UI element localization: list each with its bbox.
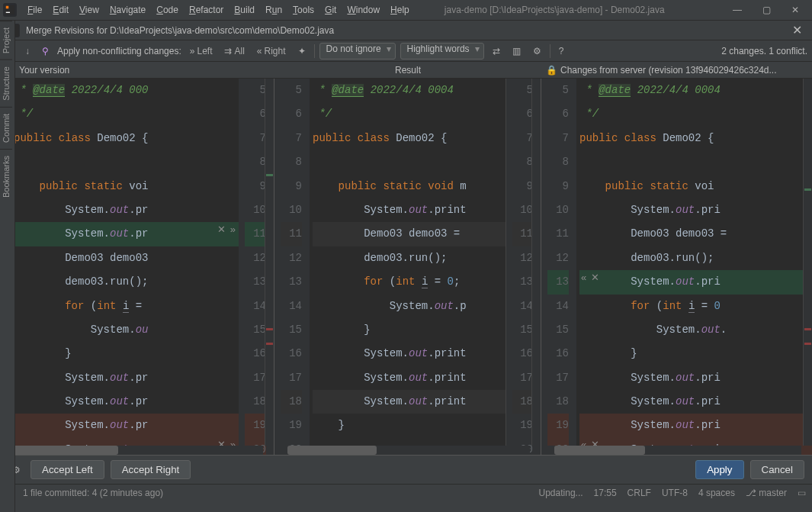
memory-indicator[interactable]: ▭: [798, 488, 806, 498]
menu-navigate[interactable]: Navigate: [105, 3, 150, 17]
code-line: */: [579, 102, 812, 126]
menu-help[interactable]: Help: [386, 3, 414, 17]
reject-left-change-button[interactable]: ✕: [216, 224, 227, 235]
scrollbar-horizontal[interactable]: [0, 446, 263, 455]
code-line: }: [14, 342, 239, 365]
indent-info[interactable]: 4 spaces: [698, 488, 735, 498]
app-icon: [3, 3, 17, 17]
error-stripe[interactable]: [265, 79, 274, 446]
accept-left-button[interactable]: Accept Left: [30, 460, 104, 479]
right-pane[interactable]: 56789101112131415161718192021 * @date 20…: [541, 79, 812, 455]
line-number: 8: [245, 150, 266, 174]
menu-edit[interactable]: Edit: [48, 3, 73, 17]
file-encoding[interactable]: UTF-8: [662, 488, 688, 498]
line-number: 5: [281, 79, 302, 102]
accept-right-change-button[interactable]: «: [579, 272, 588, 283]
highlight-mode-select[interactable]: Highlight words: [400, 43, 484, 60]
window-minimize[interactable]: —: [724, 2, 751, 18]
line-number: 15: [512, 318, 533, 342]
tool-tab-structure[interactable]: Structure: [0, 60, 12, 107]
line-number: 18: [281, 390, 302, 414]
viewer-options-button[interactable]: ⇄: [489, 43, 504, 60]
window-maximize[interactable]: ▢: [753, 2, 780, 18]
cancel-button[interactable]: Cancel: [750, 460, 805, 479]
code-line: System.out.: [579, 318, 812, 342]
settings-button[interactable]: ⚙: [529, 43, 545, 60]
code-line: Demo03 demo03 =: [579, 222, 812, 246]
accept-right-button[interactable]: Accept Right: [111, 460, 191, 479]
code-line: System.out.pri: [579, 390, 812, 414]
error-stripe[interactable]: [803, 79, 812, 446]
help-button[interactable]: ?: [555, 43, 568, 60]
line-number: 10: [281, 198, 302, 222]
line-number: 11: [512, 222, 533, 246]
code-line: [14, 150, 239, 174]
line-number: 9: [245, 175, 266, 198]
line-number: 14: [512, 295, 533, 318]
line-number: 17: [547, 366, 569, 390]
reject-right-change-button[interactable]: ✕: [589, 272, 601, 283]
line-number: 7: [281, 127, 302, 150]
line-number: 16: [512, 342, 533, 365]
window-title: java-demo [D:\IdeaProjects\java-demo] - …: [445, 5, 665, 15]
caret-position[interactable]: 17:55: [594, 488, 617, 498]
line-number: 19: [245, 414, 266, 437]
code-line: public class Demo02 {: [579, 127, 812, 150]
menu-refactor[interactable]: Refactor: [185, 3, 228, 17]
line-number: 19: [281, 414, 302, 437]
code-line: System.out.pr: [14, 366, 239, 390]
pane-headers: 🔒 Your version Result 🔒 Changes from ser…: [0, 62, 812, 79]
apply-button[interactable]: Apply: [695, 460, 743, 479]
code-line: System.out.pr: [14, 414, 239, 437]
next-diff-button[interactable]: ↓: [21, 43, 34, 60]
line-number: 13: [245, 270, 266, 294]
menu-code[interactable]: Code: [152, 3, 183, 17]
tool-tab-bookmarks[interactable]: Bookmarks: [0, 149, 12, 204]
git-branch[interactable]: ⎇ master: [746, 488, 787, 498]
code-line: for (int i = 0: [579, 295, 812, 318]
code-line: demo03.run();: [14, 270, 239, 294]
code-line: public static voi: [579, 175, 812, 198]
merge-dialog-title: Merge Revisions for D:\IdeaProjects\java…: [0, 21, 812, 40]
code-line: System.out.print: [313, 198, 505, 222]
accept-left-change-button[interactable]: »: [229, 224, 237, 235]
code-line: }: [313, 318, 505, 342]
apply-right-button[interactable]: « Right: [253, 43, 290, 60]
code-line: * @date 2022/4/4 000: [14, 79, 239, 102]
window-close[interactable]: ✕: [782, 2, 809, 18]
menu-file[interactable]: File: [23, 3, 47, 17]
magic-resolve-button[interactable]: ⚲: [38, 43, 53, 60]
apply-left-button[interactable]: » Left: [186, 43, 217, 60]
sync-scroll-button[interactable]: ▥: [509, 43, 525, 60]
menu-view[interactable]: View: [75, 3, 104, 17]
line-number: 13: [281, 270, 302, 294]
dialog-close-button[interactable]: ✕: [788, 21, 806, 40]
left-pane[interactable]: * @date 2022/4/4 000 */public class Demo…: [0, 79, 274, 455]
menu-build[interactable]: Build: [229, 3, 259, 17]
menu-tools[interactable]: Tools: [288, 3, 319, 17]
apply-all-button[interactable]: ⇉ All: [220, 43, 248, 60]
scrollbar-horizontal[interactable]: [541, 446, 801, 455]
magic-wand-button[interactable]: ✦: [294, 43, 310, 60]
menu-run[interactable]: Run: [261, 3, 287, 17]
code-line: System.out.pri: [579, 366, 812, 390]
line-number: 11: [245, 222, 266, 246]
tool-tab-project[interactable]: Project: [0, 21, 12, 60]
menu-window[interactable]: Window: [342, 3, 384, 17]
line-number: 12: [547, 246, 569, 270]
menu-git[interactable]: Git: [320, 3, 341, 17]
line-number: 14: [245, 295, 266, 318]
scrollbar-horizontal[interactable]: [274, 446, 530, 455]
code-line: System.out.pr: [14, 198, 239, 222]
error-stripe[interactable]: [531, 79, 541, 446]
line-number: 12: [512, 246, 533, 270]
line-number: 5: [245, 79, 266, 102]
merge-button-bar: ⚙ Accept Left Accept Right Apply Cancel: [0, 455, 812, 484]
result-pane[interactable]: 56789101112131415161718192021 * @date 20…: [274, 79, 541, 455]
background-task[interactable]: Updating...: [539, 488, 583, 498]
ignore-mode-select[interactable]: Do not ignore: [319, 43, 396, 60]
result-pane-header: Result: [274, 62, 541, 78]
code-line: System.out.pr: [14, 390, 239, 414]
line-separator[interactable]: CRLF: [627, 488, 651, 498]
tool-tab-commit[interactable]: Commit: [0, 107, 12, 149]
